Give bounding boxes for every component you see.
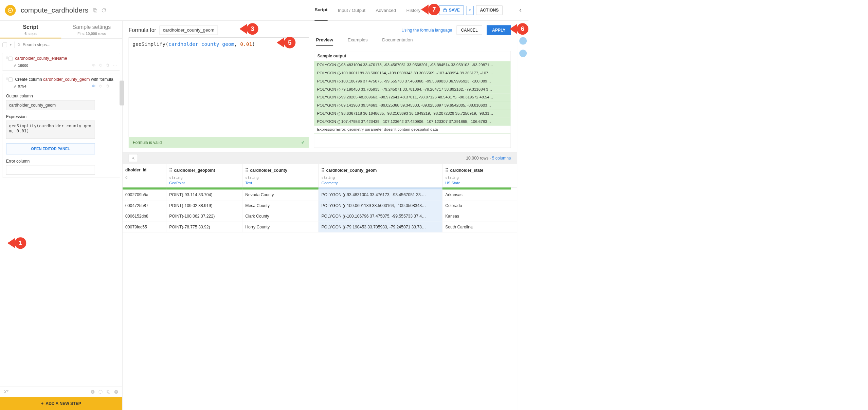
data-grid: dholder_id g ⠿cardholder_geopoint string…: [123, 164, 517, 233]
apply-button[interactable]: APPLY: [487, 25, 511, 35]
eye-icon[interactable]: [92, 63, 95, 67]
table-row[interactable]: 00079fec55POINT(-78.775 33.92)Horry Coun…: [123, 222, 517, 232]
select-all-checkbox[interactable]: [2, 42, 7, 47]
svg-rect-2: [93, 8, 96, 11]
svg-rect-1: [94, 10, 97, 12]
grid-info: 10,000 rows · 5 columns: [466, 156, 511, 161]
power-icon[interactable]: [99, 84, 103, 88]
info-icon[interactable]: i: [90, 390, 95, 394]
palette-icon[interactable]: [98, 390, 103, 394]
more-icon[interactable]: ⋯: [113, 63, 117, 68]
svg-rect-10: [107, 390, 109, 393]
column-header[interactable]: ⠿cardholder_county string Text: [242, 164, 319, 187]
nav-history[interactable]: History: [406, 0, 421, 20]
actions-button[interactable]: ACTIONS: [476, 5, 503, 15]
rail-chat-icon[interactable]: [519, 37, 527, 45]
svg-point-6: [93, 86, 94, 87]
callout-5: 5: [284, 37, 295, 48]
table-cell: Clark County: [242, 211, 319, 222]
left-panel: Script 6 steps Sample settings First 10,…: [0, 21, 123, 410]
table-row[interactable]: 0002709b5aPOINT(-93.114 33.704)Nevada Co…: [123, 189, 517, 200]
pencil-icon: [14, 64, 17, 67]
drag-handle-icon[interactable]: ⠿: [5, 77, 7, 81]
step-checkbox[interactable]: [8, 77, 13, 81]
tab-sample-settings[interactable]: Sample settings First 10,000 rows: [61, 21, 122, 38]
resize-handle[interactable]: [120, 81, 124, 106]
rail-history-icon[interactable]: [519, 50, 527, 57]
nav-advanced[interactable]: Advanced: [376, 0, 396, 20]
save-button[interactable]: SAVE: [439, 5, 464, 15]
table-cell: 00079fec55: [123, 222, 166, 232]
power-icon[interactable]: [99, 63, 103, 67]
cancel-button[interactable]: CANCEL: [457, 25, 482, 35]
preview-row: POLYGON ((-100.106796 37.475075, -99.555…: [314, 77, 511, 86]
table-cell: Arkansas: [442, 189, 511, 200]
search-icon: [17, 43, 21, 47]
search-steps[interactable]: [17, 42, 120, 47]
preview-row: POLYGON ((-98.6367118 36.1648635, -98.21…: [314, 110, 511, 118]
save-dropdown[interactable]: ▼: [466, 6, 474, 15]
callout-6: 6: [517, 23, 528, 35]
superscript-icon[interactable]: X²: [4, 389, 8, 395]
nav-input-output[interactable]: Input / Output: [338, 0, 365, 20]
formula-column[interactable]: cardholder_county_geom: [159, 25, 218, 35]
formula-help-link[interactable]: Using the formula language: [401, 28, 452, 33]
preview-row: POLYGON ((-89.141968 39.34663, -89.02536…: [314, 101, 511, 110]
formula-editor[interactable]: geoSimplify(cardholder_county_geom, 0.01…: [129, 37, 309, 137]
trash-icon[interactable]: [106, 63, 110, 67]
more-icon[interactable]: ⋯: [113, 84, 117, 89]
copy-icon[interactable]: [106, 390, 110, 394]
table-cell: POLYGON ((-100.106796 37.475075, -99.555…: [319, 211, 442, 222]
column-header[interactable]: ⠿cardholder_county_geom string Geometry: [319, 164, 442, 187]
table-row[interactable]: 0006152db8POINT(-100.062 37.222)Clark Co…: [123, 211, 517, 222]
search-icon: [131, 156, 135, 160]
column-header[interactable]: ⠿cardholder_geopoint string GeoPoint: [166, 164, 242, 187]
table-cell: POLYGON ((-109.0601189 38.5000164, -109.…: [319, 200, 442, 211]
collapse-icon[interactable]: [518, 7, 524, 13]
step-checkbox[interactable]: [8, 57, 13, 61]
formula-label: Formula for: [129, 27, 156, 33]
step-card[interactable]: ⠿ cardholder_county_enName 10000 ⋯: [2, 53, 120, 71]
top-header: compute_cardholders Script Input / Outpu…: [0, 0, 529, 21]
nav-script[interactable]: Script: [314, 0, 327, 21]
column-header[interactable]: dholder_id g: [123, 164, 166, 187]
columns-link[interactable]: 5 columns: [492, 156, 511, 160]
select-dropdown[interactable]: ▼: [10, 43, 12, 46]
eye-icon[interactable]: [92, 84, 95, 88]
column-header[interactable]: ⠿cardholder_state string US State: [442, 164, 511, 187]
drag-handle-icon[interactable]: ⠿: [5, 56, 7, 60]
add-step-button[interactable]: + ADD A NEW STEP: [0, 397, 122, 410]
callout-7: 7: [428, 4, 440, 15]
tab-examples[interactable]: Examples: [348, 37, 368, 46]
validation-status: Formula is valid ✔: [129, 137, 309, 148]
table-row[interactable]: 0004725b87POINT(-109.02 38.919)Mesa Coun…: [123, 200, 517, 211]
table-cell: Colorado: [442, 200, 511, 211]
callout-3: 3: [247, 23, 258, 35]
trash-icon[interactable]: [106, 84, 110, 88]
svg-point-4: [18, 43, 20, 45]
svg-text:i: i: [92, 390, 93, 393]
table-cell: 0004725b87: [123, 200, 166, 211]
copy-icon[interactable]: [92, 7, 98, 13]
tab-preview[interactable]: Preview: [316, 37, 333, 46]
search-input[interactable]: [23, 42, 120, 47]
preview-error: ExpressionError: geometry parameter does…: [314, 126, 511, 134]
error-column-input[interactable]: [6, 165, 95, 175]
grid-search[interactable]: [129, 154, 138, 162]
expression-input[interactable]: [6, 121, 95, 139]
output-column-input[interactable]: cardholder_county_geom: [6, 100, 95, 110]
table-cell: POINT(-93.114 33.704): [166, 189, 242, 200]
app-logo: [5, 5, 16, 16]
drag-icon: ⠿: [321, 168, 324, 173]
preview-row: POLYGON ((-109.0601189 38.5000164, -109.…: [314, 69, 511, 77]
tab-documentation[interactable]: Documentation: [382, 37, 413, 46]
open-editor-button[interactable]: OPEN EDITOR PANEL: [6, 144, 95, 154]
table-cell: Mesa County: [242, 200, 319, 211]
side-rail: [517, 21, 529, 410]
pencil-icon: [14, 85, 17, 88]
table-cell: 0006152db8: [123, 211, 166, 222]
refresh-icon[interactable]: [101, 7, 107, 13]
page-title: compute_cardholders: [21, 6, 88, 14]
help-icon[interactable]: ?: [114, 390, 119, 394]
tab-script[interactable]: Script 6 steps: [0, 21, 61, 38]
